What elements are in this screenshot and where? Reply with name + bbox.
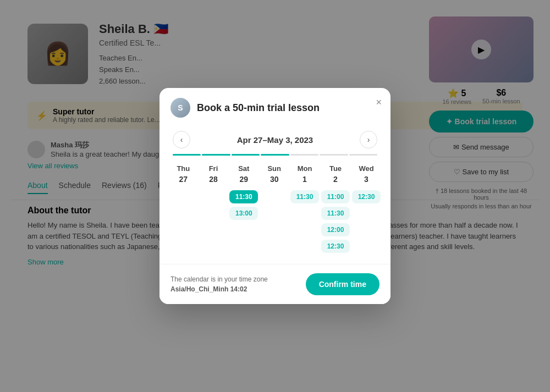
slot-tue-1130[interactable]: 11:30 xyxy=(321,207,350,220)
progress-bar-6 xyxy=(349,154,377,156)
confirm-time-button[interactable]: Confirm time xyxy=(306,273,380,295)
date-sun: 30 xyxy=(259,174,289,188)
day-header-tue: Tue xyxy=(320,161,351,174)
slots-sat: 11:30 13:00 xyxy=(228,188,259,255)
modal-body: ‹ Apr 27–May 3, 2023 › Thu Fri Sat S xyxy=(160,125,391,264)
progress-bar-3 xyxy=(261,154,289,156)
slots-fri xyxy=(199,188,229,255)
slots-mon: 11:30 xyxy=(289,188,320,255)
modal-header: S Book a 50-min trial lesson × xyxy=(160,88,391,125)
progress-bar-0 xyxy=(173,154,201,156)
slots-tue: 11:00 11:30 12:00 12:30 xyxy=(320,188,351,255)
slot-tue-1100[interactable]: 11:00 xyxy=(321,190,350,203)
calendar-nav: ‹ Apr 27–May 3, 2023 › xyxy=(168,125,382,154)
slot-wed-1230[interactable]: 12:30 xyxy=(352,190,381,203)
day-header-thu: Thu xyxy=(168,161,199,174)
progress-bar-2 xyxy=(232,154,260,156)
day-header-sun: Sun xyxy=(259,161,289,174)
timezone-value: Asia/Ho_Chi_Minh 14:02 xyxy=(170,284,268,294)
booking-modal: S Book a 50-min trial lesson × ‹ Apr 27–… xyxy=(160,88,391,304)
date-sat: 29 xyxy=(228,174,259,188)
slots-thu xyxy=(168,188,199,255)
slot-sat-1130[interactable]: 11:30 xyxy=(229,190,258,203)
day-header-mon: Mon xyxy=(289,161,320,174)
progress-bar-5 xyxy=(320,154,348,156)
modal-tutor-avatar: S xyxy=(170,98,190,118)
slots-sun xyxy=(259,188,289,255)
progress-bar-1 xyxy=(202,154,230,156)
modal-close-button[interactable]: × xyxy=(376,97,382,108)
date-wed: 3 xyxy=(351,174,382,188)
slot-sat-1300[interactable]: 13:00 xyxy=(229,207,258,220)
day-header-wed: Wed xyxy=(351,161,382,174)
modal-title: Book a 50-min trial lesson xyxy=(197,102,320,114)
day-header-sat: Sat xyxy=(228,161,259,174)
date-fri: 28 xyxy=(199,174,229,188)
slot-tue-1200[interactable]: 12:00 xyxy=(321,223,350,236)
slot-tue-1230[interactable]: 12:30 xyxy=(321,240,350,253)
date-range-label: Apr 27–May 3, 2023 xyxy=(237,135,313,145)
progress-bar-4 xyxy=(290,154,318,156)
calendar-grid: Thu Fri Sat Sun Mon Tue Wed 27 28 29 30 … xyxy=(168,161,382,255)
next-week-button[interactable]: › xyxy=(360,131,377,148)
slots-wed: 12:30 xyxy=(351,188,382,255)
date-mon: 1 xyxy=(289,174,320,188)
prev-week-button[interactable]: ‹ xyxy=(173,131,190,148)
progress-bars xyxy=(168,154,382,156)
modal-footer: The calendar is in your time zone Asia/H… xyxy=(160,264,391,304)
timezone-label: The calendar is in your time zone xyxy=(170,274,268,284)
day-header-fri: Fri xyxy=(199,161,229,174)
slot-mon-1130[interactable]: 11:30 xyxy=(290,190,319,203)
modal-overlay: S Book a 50-min trial lesson × ‹ Apr 27–… xyxy=(0,0,550,392)
date-thu: 27 xyxy=(168,174,199,188)
date-tue: 2 xyxy=(320,174,351,188)
